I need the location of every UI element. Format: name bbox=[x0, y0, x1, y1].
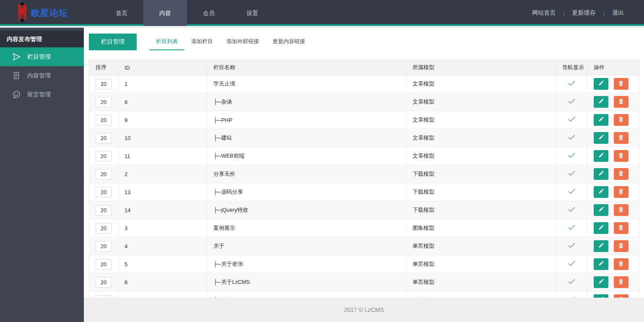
table-body: 1 学无止境 文章模型 bbox=[89, 75, 639, 309]
site-home-link[interactable]: 网站首页 bbox=[532, 9, 556, 17]
pencil-icon bbox=[598, 261, 604, 267]
separator: | bbox=[603, 10, 605, 16]
delete-button[interactable] bbox=[614, 150, 628, 162]
delete-button[interactable] bbox=[614, 78, 628, 90]
table-row: 4 关于 单页模型 bbox=[89, 237, 639, 255]
sort-input[interactable] bbox=[96, 259, 112, 270]
edit-button[interactable] bbox=[594, 204, 608, 216]
header-nav-visible: 导航显示 bbox=[556, 60, 587, 75]
trash-icon bbox=[618, 152, 623, 159]
row-model: 单页模型 bbox=[406, 255, 556, 273]
header-actions: 操作 bbox=[587, 60, 639, 75]
sidebar-item-content-management[interactable]: 内容管理 bbox=[0, 66, 84, 85]
delete-button[interactable] bbox=[614, 222, 628, 234]
tab-add-column[interactable]: 添加栏目 bbox=[184, 34, 220, 50]
sort-input[interactable] bbox=[96, 187, 112, 197]
top-navbar: 欧星论坛 首页 内容 会员 设置 网站首页 | 更新缓存 | 退出 bbox=[0, 0, 644, 26]
row-model: 下载模型 bbox=[406, 183, 556, 201]
delete-button[interactable] bbox=[614, 114, 628, 126]
header-model: 所属模型 bbox=[406, 60, 556, 75]
delete-button[interactable] bbox=[614, 96, 628, 108]
table-row: 9 ├─PHP 文章模型 bbox=[89, 111, 639, 129]
trash-icon bbox=[618, 224, 623, 231]
pencil-icon bbox=[598, 153, 604, 159]
row-id: 6 bbox=[118, 273, 207, 291]
delete-button[interactable] bbox=[614, 132, 628, 144]
nav-visible-check-icon bbox=[568, 189, 575, 195]
nav-item-settings[interactable]: 设置 bbox=[231, 0, 274, 26]
logo-emblem-icon bbox=[16, 1, 29, 25]
sort-input[interactable] bbox=[96, 115, 112, 125]
nav-item-members[interactable]: 会员 bbox=[187, 0, 231, 26]
row-column-name: 关于 bbox=[207, 237, 406, 255]
column-table: 排序 ID 栏目名称 所属模型 导航显示 操作 1 学无止境 文章模型 bbox=[89, 60, 639, 309]
edit-button[interactable] bbox=[594, 168, 608, 180]
tab-update-content-links[interactable]: 更新内容链接 bbox=[266, 34, 312, 50]
sort-input[interactable] bbox=[96, 79, 112, 89]
copyright-text: 2017 © LzCMS bbox=[344, 306, 384, 313]
site-logo[interactable]: 欧星论坛 bbox=[0, 0, 84, 26]
sidebar-item-message-management[interactable]: 留言管理 bbox=[0, 85, 84, 104]
tab-column-list[interactable]: 栏目列表 bbox=[149, 34, 184, 50]
sort-input[interactable] bbox=[96, 277, 112, 288]
edit-button[interactable] bbox=[594, 150, 608, 162]
sort-input[interactable] bbox=[96, 169, 112, 179]
edit-button[interactable] bbox=[594, 96, 608, 108]
sort-input[interactable] bbox=[96, 97, 112, 107]
edit-button[interactable] bbox=[594, 186, 608, 198]
delete-button[interactable] bbox=[614, 258, 628, 270]
sort-input[interactable] bbox=[96, 133, 112, 143]
sidebar-section-title: 内容发布管理 bbox=[0, 31, 84, 47]
table-row: 13 ├─源码分享 下载模型 bbox=[89, 183, 639, 201]
nav-visible-check-icon bbox=[568, 279, 575, 286]
refresh-cache-link[interactable]: 更新缓存 bbox=[572, 9, 596, 17]
sort-input[interactable] bbox=[96, 241, 112, 252]
table-row: 10 ├─建站 文章模型 bbox=[89, 129, 639, 147]
row-model: 文章模型 bbox=[406, 93, 556, 111]
delete-button[interactable] bbox=[614, 240, 628, 252]
row-model: 文章模型 bbox=[406, 75, 556, 93]
sort-input[interactable] bbox=[96, 205, 112, 216]
edit-button[interactable] bbox=[594, 240, 608, 252]
row-column-name: ├─杂谈 bbox=[207, 93, 406, 111]
row-column-name: ├─建站 bbox=[207, 129, 406, 147]
sidebar-item-label: 栏目管理 bbox=[27, 53, 51, 61]
nav-item-content[interactable]: 内容 bbox=[143, 0, 187, 26]
logout-link[interactable]: 退出 bbox=[612, 9, 624, 17]
nav-utility-links: 网站首页 | 更新缓存 | 退出 bbox=[532, 0, 624, 26]
table-row: 14 ├─jQuery特效 下载模型 bbox=[89, 201, 639, 219]
edit-button[interactable] bbox=[594, 222, 608, 234]
nav-visible-check-icon bbox=[568, 117, 575, 123]
sort-input[interactable] bbox=[96, 151, 112, 161]
sort-input[interactable] bbox=[96, 223, 112, 234]
nav-visible-check-icon bbox=[568, 135, 575, 141]
delete-button[interactable] bbox=[614, 168, 628, 180]
pencil-icon bbox=[598, 135, 604, 141]
row-model: 下载模型 bbox=[406, 201, 556, 219]
sidebar-item-column-management[interactable]: 栏目管理 bbox=[0, 47, 84, 66]
delete-button[interactable] bbox=[614, 204, 628, 216]
trash-icon bbox=[618, 278, 623, 286]
module-button-column-management[interactable]: 栏目管理 bbox=[89, 34, 137, 50]
table-header-row: 排序 ID 栏目名称 所属模型 导航显示 操作 bbox=[89, 60, 639, 75]
table-row: 2 分享无价 下载模型 bbox=[89, 165, 639, 183]
edit-button[interactable] bbox=[594, 258, 608, 270]
edit-button[interactable] bbox=[594, 132, 608, 144]
row-id: 1 bbox=[118, 75, 207, 93]
edit-button[interactable] bbox=[594, 78, 608, 90]
edit-button[interactable] bbox=[594, 114, 608, 126]
edit-button[interactable] bbox=[594, 276, 608, 288]
delete-button[interactable] bbox=[614, 276, 628, 288]
row-id: 13 bbox=[118, 183, 207, 201]
main-nav: 首页 内容 会员 设置 bbox=[100, 0, 274, 24]
nav-visible-check-icon bbox=[568, 171, 575, 177]
delete-button[interactable] bbox=[614, 186, 628, 198]
logo-text: 欧星论坛 bbox=[31, 7, 68, 19]
sidebar-item-label: 留言管理 bbox=[27, 91, 51, 99]
row-column-name: 案例展示 bbox=[207, 219, 406, 237]
row-column-name: ├─PHP bbox=[207, 111, 406, 129]
nav-visible-check-icon bbox=[568, 261, 575, 267]
nav-item-home[interactable]: 首页 bbox=[100, 0, 143, 26]
tab-add-external-link[interactable]: 添加外部链接 bbox=[220, 34, 266, 50]
nav-visible-check-icon bbox=[568, 225, 575, 231]
